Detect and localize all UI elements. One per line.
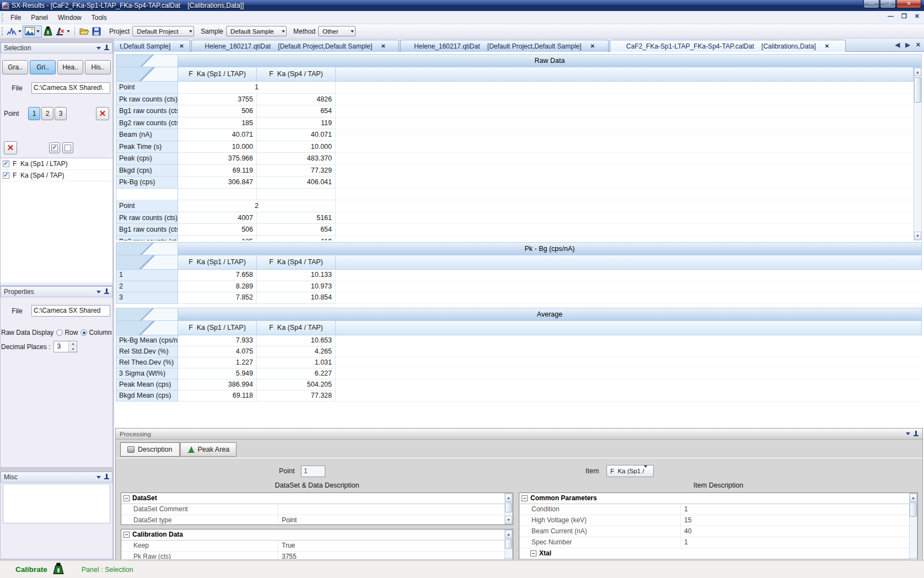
- scroll-up-icon[interactable]: ▲: [914, 68, 921, 76]
- mdi-minimize-icon[interactable]: —: [888, 13, 894, 20]
- table-row[interactable]: Peak (cps)375.966483.370: [116, 153, 914, 165]
- column-header[interactable]: F Ka (Sp1 / LTAP): [178, 67, 257, 82]
- tab-close-icon[interactable]: ✕: [590, 43, 595, 49]
- list-item[interactable]: F Ka (Sp4 / TAP): [1, 170, 112, 181]
- uncheck-all-button[interactable]: [62, 142, 73, 153]
- table-row[interactable]: Pk-Bg Mean (cps/nA)7.93310.653: [116, 335, 922, 346]
- mdi-restore-icon[interactable]: ❐: [901, 13, 907, 20]
- scroll-thumb[interactable]: [910, 502, 917, 517]
- table-row[interactable]: 37.85210.854: [116, 292, 922, 304]
- chevron-down-icon[interactable]: [906, 432, 910, 437]
- raw-data-table[interactable]: F Ka (Sp1 / LTAP)F Ka (Sp4 / TAP)Point1P…: [116, 67, 914, 240]
- table-row[interactable]: [116, 189, 914, 201]
- tab-scroll-left-icon[interactable]: ◀: [895, 41, 900, 49]
- pin-icon[interactable]: [104, 474, 109, 480]
- grid-row[interactable]: Pk Raw (cts)3755: [121, 552, 504, 559]
- table-row[interactable]: Peak Time (s)10.00010.000: [116, 141, 914, 153]
- menu-file[interactable]: File: [6, 12, 26, 23]
- save-icon[interactable]: [91, 26, 102, 37]
- column-radio-label[interactable]: Column: [89, 329, 111, 336]
- tab-close-icon[interactable]: ✕: [179, 43, 184, 49]
- column-header[interactable]: F Ka (Sp1 / LTAP): [178, 321, 257, 335]
- grid-row[interactable]: DataSet typePoint: [121, 515, 504, 525]
- table-row[interactable]: 3 Sigma (Wt%)5.9496.227: [116, 368, 922, 379]
- menu-panel[interactable]: Panel: [26, 12, 53, 23]
- grid-row[interactable]: Beam Current (nA)40: [519, 526, 909, 537]
- view-button-his[interactable]: His..: [85, 60, 111, 74]
- scroll-up-icon[interactable]: ▲: [910, 494, 917, 502]
- document-tab[interactable]: Helene_160217.qtiDat [Default Project,De…: [400, 40, 609, 52]
- misc-panel-header[interactable]: Misc: [1, 472, 112, 483]
- table-corner-cell[interactable]: [116, 321, 178, 335]
- column-header[interactable]: F Ka (Sp1 / LTAP): [178, 255, 257, 270]
- grid-row[interactable]: Condition1: [519, 504, 909, 515]
- table-row[interactable]: Bg1 raw counts (cts)506654: [116, 105, 914, 117]
- clear-selection-button[interactable]: ✕: [4, 141, 17, 154]
- point-button-1[interactable]: 1: [28, 107, 40, 120]
- grid-group-row[interactable]: Common Parameters: [519, 493, 909, 504]
- table-row[interactable]: Point2: [116, 200, 914, 212]
- pk-bg-table[interactable]: F Ka (Sp1 / LTAP)F Ka (Sp4 / TAP)17.6581…: [116, 255, 922, 304]
- column-radio[interactable]: [80, 329, 87, 336]
- scroll-up-icon[interactable]: ▲: [505, 530, 512, 538]
- spectrum-dropdown-icon[interactable]: [18, 30, 22, 34]
- image-view-dropdown-icon[interactable]: [36, 30, 40, 34]
- pk-bg-corner-cell[interactable]: [116, 242, 178, 255]
- menu-tools[interactable]: Tools: [87, 12, 112, 23]
- dataset-grid-scrollbar[interactable]: ▲ ▼: [504, 493, 513, 525]
- pin-icon[interactable]: [104, 45, 109, 51]
- table-row[interactable]: Bg2 raw counts (cts)185119: [116, 236, 914, 241]
- view-button-gri[interactable]: Gri..: [30, 60, 56, 74]
- checkbox-icon[interactable]: [3, 160, 9, 167]
- spectrum-icon[interactable]: [6, 26, 17, 37]
- grid-row[interactable]: KeepTrue: [121, 540, 504, 552]
- grid-group-row[interactable]: Xtal: [519, 548, 909, 559]
- delete-point-button[interactable]: ✕: [96, 107, 109, 120]
- table-row[interactable]: 17.65810.133: [116, 270, 922, 281]
- selection-panel-header[interactable]: Selection: [1, 42, 112, 53]
- processing-item-combo[interactable]: F Ka (Sp1 /: [606, 465, 654, 477]
- scroll-thumb[interactable]: [505, 539, 512, 549]
- view-button-gra[interactable]: Gra..: [2, 60, 28, 74]
- method-combo[interactable]: Other: [318, 26, 356, 36]
- table-row[interactable]: Rel Std.Dev (%)4.0754.265: [116, 346, 922, 357]
- restore-button[interactable]: ❐: [880, 0, 896, 8]
- table-corner-cell[interactable]: [116, 255, 178, 270]
- table-row[interactable]: Pk-Bg (cps)306.847406.041: [116, 176, 914, 189]
- table-row[interactable]: 28.28910.973: [116, 281, 922, 293]
- raw-data-scrollbar[interactable]: ▲ ▼: [914, 67, 922, 240]
- stepper-up-icon[interactable]: ▲: [69, 341, 77, 347]
- table-row[interactable]: Bkgd (cps)69.11977.329: [116, 165, 914, 177]
- collapse-icon[interactable]: [123, 495, 130, 501]
- decimal-places-stepper[interactable]: 3 ▲▼: [53, 341, 77, 352]
- collapse-icon[interactable]: [123, 532, 130, 538]
- grid-group-row[interactable]: DataSet: [121, 493, 504, 504]
- processing-tab-description[interactable]: Description: [120, 442, 180, 457]
- mdi-close-icon[interactable]: ✕: [915, 13, 920, 20]
- list-item[interactable]: F Ka (Sp1 / LTAP): [1, 158, 112, 170]
- properties-file-input[interactable]: C:\Cameca SX Shared: [31, 305, 110, 317]
- sample-combo[interactable]: Default Sample: [226, 26, 287, 36]
- table-row[interactable]: Rel Theo.Dev (%)1.2271.031: [116, 357, 922, 368]
- pin-icon[interactable]: [914, 431, 918, 437]
- pin-icon[interactable]: [104, 288, 109, 295]
- table-row[interactable]: Beam (nA)40.07140.071: [116, 129, 914, 141]
- grid-row[interactable]: Spec Number1: [519, 537, 909, 548]
- processing-tab-peak-area[interactable]: Peak Area: [180, 442, 237, 457]
- scroll-thumb[interactable]: [914, 77, 921, 103]
- table-row[interactable]: Bkgd Mean (cps)69.11877.328: [116, 390, 922, 402]
- table-row[interactable]: Pk raw counts (cts)37554826: [116, 94, 914, 106]
- grid-row[interactable]: High Voltage (keV)15: [519, 515, 909, 526]
- average-table[interactable]: F Ka (Sp1 / LTAP)F Ka (Sp4 / TAP)Pk-Bg M…: [116, 321, 922, 402]
- image-view-icon[interactable]: [24, 26, 35, 37]
- view-button-hea[interactable]: Hea..: [57, 60, 83, 74]
- microscope-dropdown-icon[interactable]: [67, 30, 70, 34]
- checkbox-icon[interactable]: [3, 172, 9, 179]
- column-header[interactable]: F Ka (Sp4 / TAP): [257, 255, 336, 270]
- grid-row[interactable]: DataSet Comment: [121, 504, 504, 515]
- open-file-icon[interactable]: [79, 26, 90, 37]
- table-row[interactable]: Peak Mean (cps)386.994504.205: [116, 379, 922, 390]
- project-combo[interactable]: Default Project: [132, 26, 194, 36]
- tab-scroll-right-icon[interactable]: ▶: [905, 41, 910, 49]
- processing-header[interactable]: Processing: [116, 429, 922, 440]
